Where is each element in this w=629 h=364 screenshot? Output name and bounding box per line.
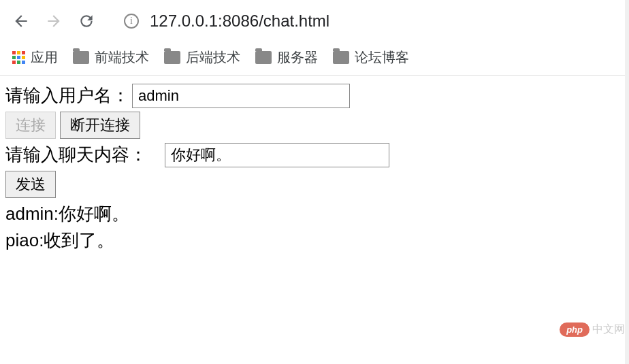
- folder-icon: [164, 51, 180, 64]
- bookmark-label: 前端技术: [95, 48, 149, 67]
- php-badge: php: [560, 322, 590, 337]
- folder-icon: [73, 51, 89, 64]
- watermark-text: 中文网: [592, 322, 625, 337]
- folder-icon: [255, 51, 272, 64]
- message-row: 请输入聊天内容：: [5, 142, 624, 168]
- bookmark-folder-forum[interactable]: 论坛博客: [333, 48, 409, 67]
- watermark: php 中文网: [560, 322, 625, 337]
- browser-chrome: i 127.0.0.1:8086/chat.html 应用 前端技术 后端技术 …: [0, 0, 629, 76]
- apps-label: 应用: [31, 48, 58, 67]
- username-input[interactable]: [132, 84, 350, 108]
- bookmarks-bar: 应用 前端技术 后端技术 服务器 论坛博客: [0, 42, 629, 75]
- address-bar[interactable]: i 127.0.0.1:8086/chat.html: [124, 12, 329, 31]
- apps-icon: [12, 51, 25, 64]
- message-input[interactable]: [165, 143, 389, 167]
- bookmark-folder-server[interactable]: 服务器: [255, 48, 318, 67]
- message-label: 请输入聊天内容：: [5, 142, 147, 168]
- send-row: 发送: [5, 171, 624, 198]
- site-info-icon[interactable]: i: [124, 14, 139, 29]
- chat-line: admin:你好啊。: [5, 201, 624, 227]
- connect-button: 连接: [5, 112, 56, 139]
- apps-button[interactable]: 应用: [12, 48, 58, 67]
- page-content: 请输入用户名： 连接 断开连接 请输入聊天内容： 发送 admin:你好啊。 p…: [0, 76, 629, 261]
- send-button[interactable]: 发送: [5, 171, 56, 198]
- chat-log: admin:你好啊。 piao:收到了。: [5, 201, 624, 254]
- bookmark-folder-frontend[interactable]: 前端技术: [73, 48, 149, 67]
- username-label: 请输入用户名：: [5, 82, 129, 109]
- reload-icon[interactable]: [78, 12, 95, 30]
- bookmark-label: 论坛博客: [355, 48, 409, 67]
- forward-icon: [45, 12, 63, 30]
- nav-bar: i 127.0.0.1:8086/chat.html: [0, 0, 629, 42]
- back-icon[interactable]: [12, 12, 30, 30]
- bookmark-label: 后端技术: [186, 48, 240, 67]
- username-row: 请输入用户名：: [5, 82, 624, 109]
- url-text: 127.0.0.1:8086/chat.html: [150, 12, 329, 31]
- connection-row: 连接 断开连接: [5, 112, 624, 139]
- disconnect-button[interactable]: 断开连接: [60, 112, 140, 139]
- bookmark-folder-backend[interactable]: 后端技术: [164, 48, 240, 67]
- folder-icon: [333, 51, 349, 64]
- chat-line: piao:收到了。: [5, 227, 624, 254]
- scrollbar[interactable]: [625, 0, 629, 364]
- bookmark-label: 服务器: [277, 48, 318, 67]
